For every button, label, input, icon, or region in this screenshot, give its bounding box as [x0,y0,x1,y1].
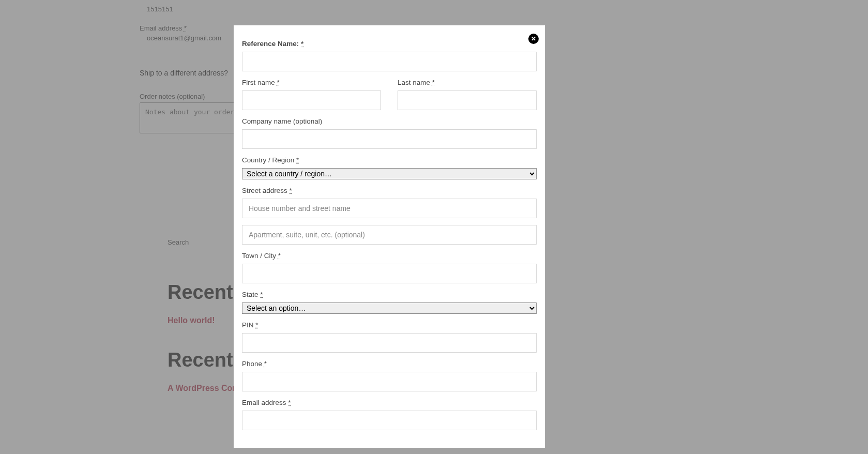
company-label: Company name (optional) [242,117,537,125]
state-label: State * [242,291,537,298]
city-label: Town / City * [242,252,537,260]
email-input[interactable] [242,411,537,430]
pin-row: PIN * [242,321,537,353]
company-input[interactable] [242,129,537,149]
name-row: First name * Last name * [242,79,537,110]
last-name-col: Last name * [398,79,537,110]
street-row: Street address * [242,187,537,245]
street1-input[interactable] [242,199,537,218]
reference-name-row: Reference Name: * [242,40,537,71]
country-select[interactable]: Select a country / region… [242,168,537,179]
reference-name-label: Reference Name: * [242,40,537,48]
phone-row: Phone * [242,360,537,391]
pin-input[interactable] [242,333,537,353]
last-name-input[interactable] [398,90,537,110]
city-row: Town / City * [242,252,537,283]
first-name-input[interactable] [242,90,381,110]
first-name-col: First name * [242,79,381,110]
phone-label: Phone * [242,360,537,368]
country-label: Country / Region * [242,156,537,164]
close-icon[interactable]: ✕ [528,34,539,44]
first-name-label: First name * [242,79,381,86]
last-name-label: Last name * [398,79,537,86]
city-input[interactable] [242,264,537,283]
country-row: Country / Region * Select a country / re… [242,156,537,179]
email-label: Email address * [242,399,537,406]
company-row: Company name (optional) [242,117,537,149]
state-select[interactable]: Select an option… [242,302,537,314]
reference-name-input[interactable] [242,52,537,71]
phone-input[interactable] [242,372,537,391]
address-modal: ✕ Reference Name: * First name * Last na… [234,25,545,448]
street-label: Street address * [242,187,537,194]
email-row: Email address * [242,399,537,430]
pin-label: PIN * [242,321,537,329]
state-row: State * Select an option… [242,291,537,314]
street2-input[interactable] [242,225,537,245]
